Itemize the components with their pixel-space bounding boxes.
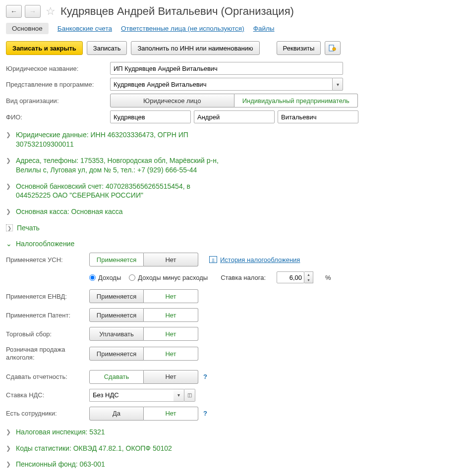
chevron-right-icon: ❯ — [6, 183, 12, 190]
nds-input[interactable] — [89, 389, 174, 402]
rate-label: Ставка налога: — [221, 274, 266, 281]
taxation-history-link[interactable]: ≡ История налогообложения — [209, 256, 300, 264]
chevron-right-icon: ❯ — [6, 157, 12, 164]
display-name-label: Представление в программе: — [6, 81, 110, 88]
income-minus-radio-input[interactable] — [129, 274, 135, 281]
nav-back-button[interactable]: ← — [6, 5, 22, 18]
report-yes-button[interactable]: Сдавать — [89, 370, 144, 384]
alcohol-label: Розничная продажа алкоголя: — [6, 346, 89, 362]
section-bank-account[interactable]: ❯ Основной банковский счет: 407028356562… — [6, 182, 458, 201]
tab-bank-accounts[interactable]: Банковские счета — [58, 25, 112, 32]
settings-icon-button[interactable] — [325, 41, 341, 55]
fill-by-inn-button[interactable]: Заполнить по ИНН или наименованию — [131, 41, 259, 55]
spinner-down-icon[interactable]: ▼ — [304, 277, 313, 283]
report-help-icon[interactable]: ? — [203, 373, 207, 380]
envd-no-button[interactable]: Нет — [144, 289, 198, 303]
favorite-star-icon[interactable]: ☆ — [46, 5, 56, 18]
display-name-input[interactable] — [110, 78, 332, 91]
section-stat-codes[interactable]: ❯ Коды статистики: ОКВЭД 47.82.1, ОКОПФ … — [6, 444, 458, 453]
org-type-label: Вид организации: — [6, 97, 110, 105]
employees-label: Есть сотрудники: — [6, 410, 89, 417]
chevron-right-icon: ❯ — [6, 208, 12, 215]
employees-no-button[interactable]: Нет — [144, 407, 198, 421]
usn-label: Применяется УСН: — [6, 256, 89, 264]
nds-open-button[interactable]: ◫ — [184, 389, 195, 402]
save-button[interactable]: Записать — [87, 41, 127, 55]
requisites-button[interactable]: Реквизиты — [277, 41, 321, 55]
income-radio[interactable]: Доходы — [89, 274, 121, 281]
tab-main[interactable]: Основное — [6, 23, 49, 34]
section-addresses[interactable]: ❯ Адреса, телефоны: 175353, Новгородская… — [6, 156, 458, 175]
patronymic-input[interactable] — [278, 110, 358, 123]
employees-yes-button[interactable]: Да — [89, 407, 144, 421]
spinner-up-icon[interactable]: ▲ — [304, 272, 313, 277]
employees-help-icon[interactable]: ? — [203, 410, 207, 417]
section-legal-data[interactable]: ❯ Юридические данные: ИНН 463203336473, … — [6, 130, 458, 149]
section-print[interactable]: ❯ Печать — [6, 223, 458, 233]
usn-applied-button[interactable]: Применяется — [89, 253, 144, 266]
surname-input[interactable] — [110, 110, 191, 123]
chevron-right-boxed-icon: ❯ — [6, 224, 13, 231]
chevron-right-icon: ❯ — [6, 428, 12, 435]
chevron-down-icon: ⌄ — [6, 240, 12, 248]
nav-forward-button[interactable]: → — [25, 5, 41, 18]
first-name-input[interactable] — [194, 110, 275, 123]
save-and-close-button[interactable]: Записать и закрыть — [6, 41, 83, 55]
patent-applied-button[interactable]: Применяется — [89, 308, 144, 322]
tab-responsible-persons[interactable]: Ответственные лица (не используются) — [121, 25, 244, 32]
chevron-right-icon: ❯ — [6, 445, 12, 452]
nds-dropdown-button[interactable]: ▾ — [174, 389, 184, 402]
chevron-right-icon: ❯ — [6, 131, 12, 138]
report-label: Сдавать отчетность: — [6, 373, 89, 380]
legal-name-label: Юридическое название: — [6, 65, 110, 72]
org-type-ip-button[interactable]: Индивидуальный предприниматель — [234, 94, 358, 107]
tab-files[interactable]: Файлы — [253, 25, 275, 32]
table-icon: ≡ — [209, 256, 217, 263]
nds-label: Ставка НДС: — [6, 391, 89, 399]
trade-fee-pay-button[interactable]: Уплачивать — [89, 327, 144, 341]
trade-fee-no-button[interactable]: Нет — [144, 327, 198, 341]
rate-spinner[interactable]: ▲ ▼ — [304, 271, 313, 283]
rate-input[interactable] — [277, 271, 304, 283]
alcohol-no-button[interactable]: Нет — [144, 347, 198, 361]
document-settings-icon — [329, 45, 337, 52]
patent-no-button[interactable]: Нет — [144, 308, 198, 322]
org-type-legal-button[interactable]: Юридическое лицо — [110, 94, 234, 107]
fio-label: ФИО: — [6, 113, 110, 121]
section-taxation-header[interactable]: ⌄ Налогообложение — [6, 240, 458, 248]
page-title: Кудрявцев Андрей Витальевич (Организация… — [60, 5, 294, 18]
svg-point-1 — [333, 48, 336, 51]
income-radio-input[interactable] — [89, 274, 96, 281]
display-name-dropdown-button[interactable]: ▾ — [332, 78, 343, 91]
usn-no-button[interactable]: Нет — [144, 253, 198, 266]
section-tax-inspection[interactable]: ❯ Налоговая инспекция: 5321 — [6, 427, 458, 437]
income-minus-radio[interactable]: Доходы минус расходы — [129, 274, 208, 281]
percent-label: % — [325, 274, 331, 281]
legal-name-input[interactable] — [110, 62, 343, 75]
section-main-cash[interactable]: ❯ Основная касса: Основная касса — [6, 207, 458, 216]
chevron-right-icon: ❯ — [6, 461, 12, 468]
envd-applied-button[interactable]: Применяется — [89, 289, 144, 303]
report-no-button[interactable]: Нет — [144, 370, 198, 384]
alcohol-applied-button[interactable]: Применяется — [89, 347, 144, 361]
section-pension-fund[interactable]: ❯ Пенсионный фонд: 063-001 — [6, 460, 458, 469]
envd-label: Применяется ЕНВД: — [6, 293, 89, 300]
patent-label: Применяется Патент: — [6, 312, 89, 319]
trade-fee-label: Торговый сбор: — [6, 330, 89, 338]
